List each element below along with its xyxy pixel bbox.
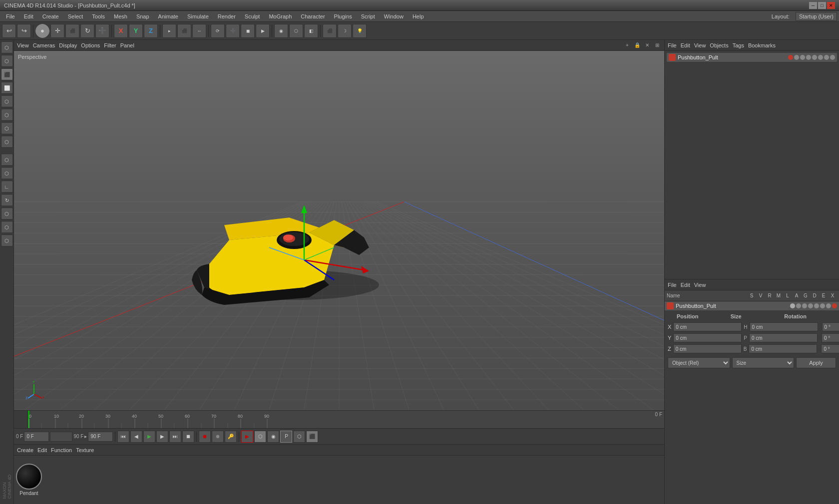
menu-character[interactable]: Character <box>297 12 329 20</box>
attr-dot-5[interactable] <box>814 303 819 308</box>
motion-btn[interactable]: ▶ <box>241 431 253 443</box>
scale-tool-button[interactable]: ⬛ <box>65 24 79 38</box>
menu-create[interactable]: Create <box>38 12 63 20</box>
y-axis-button[interactable]: Y <box>129 24 143 38</box>
null-button[interactable]: ◧ <box>304 24 318 38</box>
lt-polys-btn[interactable]: ⬡ <box>1 122 13 134</box>
goto-start-button[interactable]: ⏮ <box>117 431 129 443</box>
undo-button[interactable]: ↩ <box>2 24 16 38</box>
record-active-button[interactable]: ⏺ <box>199 431 211 443</box>
sky-button[interactable]: ➕ <box>226 24 240 38</box>
viewport-menu-view[interactable]: View <box>17 42 29 48</box>
om-menu-objects[interactable]: Objects <box>710 42 728 48</box>
obj-dot-5[interactable] <box>812 55 817 60</box>
viewport-menu-filter[interactable]: Filter <box>104 42 116 48</box>
om-menu-file[interactable]: File <box>668 42 677 48</box>
material-item-pendant[interactable]: Pendant <box>16 464 42 496</box>
lt-model-btn[interactable]: ⬡ <box>1 55 13 67</box>
attr-dot-7[interactable] <box>826 303 831 308</box>
move-tool-button[interactable]: ✛ <box>50 24 64 38</box>
am-menu-edit[interactable]: Edit <box>681 282 690 288</box>
prev-frame-button[interactable]: ◀ <box>130 431 142 443</box>
size-mode-select[interactable]: Size Scale <box>732 357 795 368</box>
viewport-menu-panel[interactable]: Panel <box>120 42 134 48</box>
lt-viewport-btn[interactable]: ⬡ <box>1 41 13 53</box>
layout-value[interactable]: Startup (User) <box>796 12 837 21</box>
frame-current-input[interactable] <box>24 432 49 442</box>
menu-snap[interactable]: Snap <box>132 12 153 20</box>
apply-button[interactable]: Apply <box>796 357 836 368</box>
render-active-button[interactable]: ↔ <box>192 24 206 38</box>
menu-mesh[interactable]: Mesh <box>110 12 131 20</box>
obj-dot-7[interactable] <box>824 55 829 60</box>
lt-uv-btn[interactable]: ⬡ <box>1 136 13 148</box>
om-menu-view[interactable]: View <box>694 42 706 48</box>
size-y-input[interactable] <box>749 333 818 342</box>
menu-script[interactable]: Script <box>357 12 379 20</box>
attr-dot-3[interactable] <box>802 303 807 308</box>
menu-tools[interactable]: Tools <box>88 12 109 20</box>
record-all-button[interactable]: ⏺ <box>212 431 224 443</box>
foreground-button[interactable]: ▶ <box>256 24 270 38</box>
lt-object-btn[interactable]: ⬛ <box>1 68 13 80</box>
lt-axis-btn[interactable]: ⬡ <box>1 167 13 179</box>
light2-button[interactable]: 💡 <box>353 24 367 38</box>
lt-mirror-btn[interactable]: ⬡ <box>1 208 13 220</box>
size-x-input[interactable] <box>750 322 818 331</box>
obj-dot-6[interactable] <box>818 55 823 60</box>
object-rel-select[interactable]: Object (Rel) World <box>668 357 730 368</box>
fcurve-btn[interactable]: ◉ <box>267 431 279 443</box>
rot-y-input[interactable] <box>822 333 839 342</box>
attr-dot-4[interactable] <box>808 303 813 308</box>
viewport-expand-icon[interactable]: ⊞ <box>653 41 661 49</box>
x-axis-button[interactable]: X <box>114 24 128 38</box>
menu-plugins[interactable]: Plugins <box>330 12 356 20</box>
play-button[interactable]: ▶ <box>143 431 155 443</box>
motion-clip-btn[interactable]: ⬡ <box>293 431 305 443</box>
menu-file[interactable]: File <box>2 12 19 20</box>
array-button[interactable]: ◉ <box>274 24 288 38</box>
maximize-button[interactable]: □ <box>818 2 826 9</box>
menu-help[interactable]: Help <box>409 12 428 20</box>
add-object-button[interactable]: ➕ <box>95 24 109 38</box>
goto-end-button[interactable]: ⏭ <box>169 431 181 443</box>
sound-btn[interactable]: ⬛ <box>306 431 318 443</box>
menu-edit[interactable]: Edit <box>20 12 37 20</box>
lt-sculpt-btn[interactable]: ⬡ <box>1 221 13 233</box>
viewport-close-icon[interactable]: ✕ <box>643 41 651 49</box>
z-axis-button[interactable]: Z <box>144 24 158 38</box>
attr-dot-1[interactable] <box>790 303 795 308</box>
menu-window[interactable]: Window <box>380 12 408 20</box>
materials-menu-texture[interactable]: Texture <box>76 447 94 453</box>
render-preview-button[interactable]: ▸ <box>162 24 176 38</box>
3d-viewport[interactable]: Perspective <box>14 51 664 410</box>
minimize-button[interactable]: ─ <box>809 2 817 9</box>
timeline-ruler[interactable]: 0 10 20 30 40 50 60 70 <box>28 411 664 428</box>
om-menu-tags[interactable]: Tags <box>733 42 744 48</box>
menu-simulate[interactable]: Simulate <box>183 12 213 20</box>
lt-angle-btn[interactable]: ∟ <box>1 181 13 193</box>
am-menu-view[interactable]: View <box>694 282 706 288</box>
next-frame-button[interactable]: ▶ <box>156 431 168 443</box>
menu-mograph[interactable]: MoGraph <box>265 12 296 20</box>
redo-button[interactable]: ↪ <box>17 24 31 38</box>
materials-menu-edit[interactable]: Edit <box>37 447 47 453</box>
obj-dot-8[interactable] <box>830 55 835 60</box>
materials-menu-create[interactable]: Create <box>17 447 33 453</box>
lt-snap-btn[interactable]: ⬡ <box>1 154 13 166</box>
materials-menu-function[interactable]: Function <box>51 447 72 453</box>
viewport-menu-display[interactable]: Display <box>59 42 77 48</box>
obj-dot-3[interactable] <box>800 55 805 60</box>
pos-z-input[interactable] <box>673 344 742 353</box>
close-button[interactable]: ✕ <box>827 2 835 9</box>
menu-select[interactable]: Select <box>64 12 87 20</box>
am-menu-file[interactable]: File <box>668 282 677 288</box>
viewport-lock-icon[interactable]: 🔒 <box>633 41 641 49</box>
size-z-input[interactable] <box>749 344 817 353</box>
obj-dot-2[interactable] <box>794 55 799 60</box>
autokey-button[interactable]: 🔑 <box>225 431 237 443</box>
pos-x-input[interactable] <box>673 322 742 331</box>
rot-x-input[interactable] <box>822 322 839 331</box>
env-button[interactable]: ◼ <box>241 24 255 38</box>
pos-y-input[interactable] <box>673 333 742 342</box>
